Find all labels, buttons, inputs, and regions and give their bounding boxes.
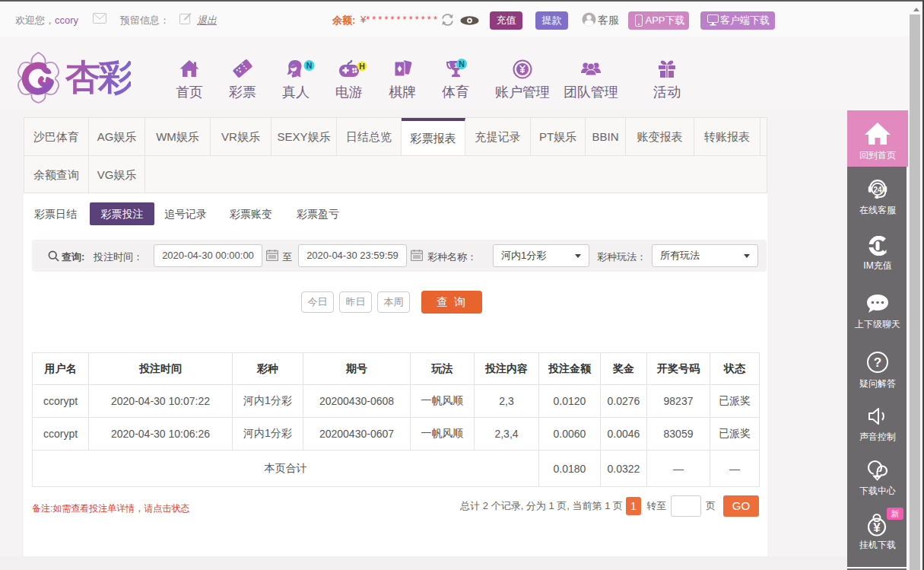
svg-text:N: N — [306, 61, 313, 70]
svg-text:¥: ¥ — [873, 521, 881, 535]
svg-text:24: 24 — [873, 186, 882, 194]
svg-text:H: H — [359, 62, 365, 71]
svg-text:?: ? — [874, 355, 881, 370]
svg-text:N: N — [459, 59, 465, 68]
